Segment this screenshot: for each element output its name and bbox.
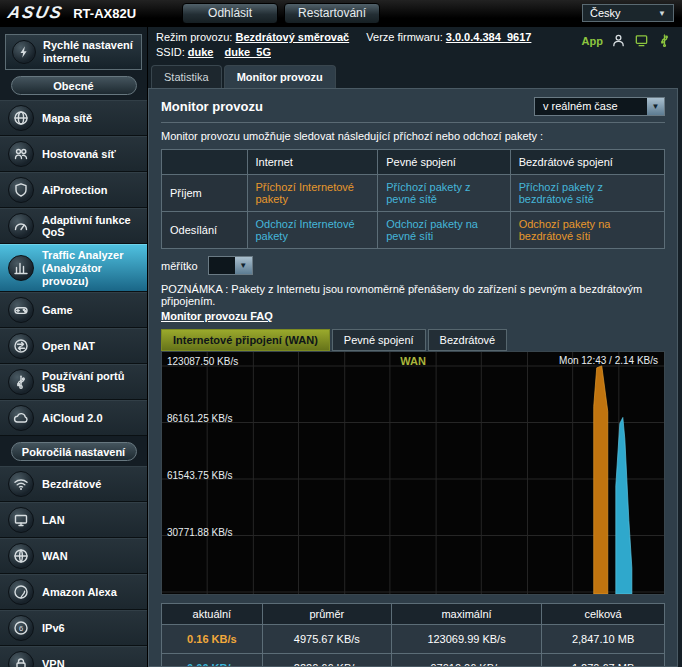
row-label-reception: Příjem <box>162 175 248 212</box>
page-description: Monitor provozu umožňuje sledovat násled… <box>161 130 665 142</box>
sidebar-item-usb-application[interactable]: Používání portů USB <box>0 364 147 400</box>
col-header-internet: Internet <box>247 150 378 175</box>
sidebar-item-vpn[interactable]: VPN <box>0 646 147 667</box>
traffic-monitor-panel: Monitor provozu v reálném čase ▼ Monitor… <box>148 88 678 667</box>
chart-timestamp: Mon 12:43 / 2.14 KB/s <box>559 355 658 366</box>
language-select[interactable]: Česky ▼ <box>582 4 674 22</box>
operation-mode-link[interactable]: Bezdrátový směrovač <box>235 31 349 43</box>
ipv6-icon: 6 <box>8 615 34 641</box>
stats-row-reception: 0.16 KB/s 4975.67 KB/s 123069.99 KB/s 2,… <box>162 625 665 654</box>
ssid-24g-link[interactable]: duke <box>188 46 214 58</box>
stat-maximum-rx: 123069.99 KB/s <box>391 625 541 654</box>
vpn-lock-icon <box>8 651 34 667</box>
sidebar-item-label: AiCloud 2.0 <box>42 412 103 425</box>
aicloud-icon <box>8 405 34 431</box>
network-map-icon <box>8 105 34 131</box>
lan-icon <box>8 507 34 533</box>
sidebar-item-amazon-alexa[interactable]: Amazon Alexa <box>0 574 147 610</box>
page-tabs: Statistika Monitor provozu <box>148 63 682 88</box>
ssid-label: SSID: <box>156 46 185 58</box>
scale-select[interactable]: ▼ <box>208 256 253 275</box>
chart-tabs: Internetové připojení (WAN) Pevné spojen… <box>161 329 665 351</box>
stats-header-total: celková <box>542 604 665 625</box>
y-tick: 30771.88 KB/s <box>167 527 233 538</box>
sidebar-item-network-map[interactable]: Mapa sítě <box>0 100 147 136</box>
sidebar-item-label: Traffic Analyzer (Analyzátor provozu) <box>42 249 144 287</box>
sidebar-item-wan[interactable]: WAN <box>0 538 147 574</box>
language-value: Česky <box>590 7 621 19</box>
y-tick: 123087.50 KB/s <box>167 356 238 367</box>
ssid-5g-link[interactable]: duke_5G <box>225 46 271 58</box>
stat-current-rx: 0.16 KB/s <box>162 625 263 654</box>
y-tick: 61543.75 KB/s <box>167 470 233 481</box>
scale-label: měřítko <box>161 260 198 272</box>
tab-traffic-monitor[interactable]: Monitor provozu <box>224 65 336 88</box>
link-outgoing-wireless[interactable]: Odchozí pakety na bezdrátové síti <box>510 212 664 249</box>
table-row: Příjem Příchozí Internetové pakety Přích… <box>162 175 665 212</box>
chevron-down-icon: ▼ <box>647 98 664 115</box>
link-outgoing-wired[interactable]: Odchozí pakety na pevné síti <box>378 212 510 249</box>
sidebar-item-ipv6[interactable]: 6 IPv6 <box>0 610 147 646</box>
chart-tab-wireless[interactable]: Bezdrátové <box>428 329 508 351</box>
wan-icon <box>8 543 34 569</box>
chart-title: WAN <box>400 355 426 367</box>
firmware-label: Verze firmwaru: <box>366 31 442 43</box>
usb-status-icon[interactable] <box>657 33 672 48</box>
sidebar-item-lan[interactable]: LAN <box>0 502 147 538</box>
open-nat-icon <box>8 333 34 359</box>
gamepad-icon <box>8 297 34 323</box>
clients-icon[interactable] <box>611 33 626 48</box>
table-row: Odesílání Odchozí Internetové pakety Odc… <box>162 212 665 249</box>
sidebar-item-label: IPv6 <box>42 622 65 635</box>
reboot-button[interactable]: Restartování <box>284 3 380 24</box>
sidebar-item-open-nat[interactable]: Open NAT <box>0 328 147 364</box>
sidebar-item-aiprotection[interactable]: AiProtection <box>0 172 147 208</box>
stats-header-maximum: maximální <box>391 604 541 625</box>
stats-row-transmission: 0.00 KB/s 2220.66 KB/s 97010.06 KB/s 1,2… <box>162 654 665 667</box>
aiprotection-shield-icon <box>8 177 34 203</box>
section-advanced: Pokročilá nastavení <box>11 442 137 461</box>
guest-network-icon <box>8 141 34 167</box>
sidebar-item-label: Game <box>42 304 73 317</box>
faq-link[interactable]: Monitor provozu FAQ <box>161 310 665 322</box>
sidebar-item-label: LAN <box>42 514 65 527</box>
wireless-icon <box>8 471 34 497</box>
quick-setup-button[interactable]: Rychlé nastavení internetu <box>5 34 142 70</box>
app-link[interactable]: App <box>582 35 603 47</box>
row-label-transmission: Odesílání <box>162 212 248 249</box>
quick-setup-label: Rychlé nastavení internetu <box>43 39 135 65</box>
link-outgoing-internet[interactable]: Odchozí Internetové pakety <box>247 212 378 249</box>
chart-tab-wan[interactable]: Internetové připojení (WAN) <box>161 329 330 351</box>
sidebar-item-qos[interactable]: Adaptivní funkce QoS <box>0 208 147 244</box>
time-range-select[interactable]: v reálném čase ▼ <box>534 97 665 116</box>
traffic-chart: 123087.50 KB/s 86161.25 KB/s 61543.75 KB… <box>161 351 665 595</box>
sidebar-item-label: WAN <box>42 550 68 563</box>
sidebar-item-wireless[interactable]: Bezdrátové <box>0 466 147 502</box>
firmware-version-link[interactable]: 3.0.0.4.384_9617 <box>446 31 532 43</box>
sidebar-item-aicloud[interactable]: AiCloud 2.0 <box>0 400 147 436</box>
reception-spike <box>594 366 608 594</box>
tab-statistics[interactable]: Statistika <box>151 65 222 88</box>
network-status-icon[interactable] <box>634 33 649 48</box>
logout-button[interactable]: Odhlásit <box>182 3 278 24</box>
stat-maximum-tx: 97010.06 KB/s <box>391 654 541 667</box>
note-text: POZNÁMKA : Pakety z Internetu jsou rovno… <box>161 283 665 307</box>
chevron-down-icon: ▼ <box>235 257 252 274</box>
sidebar-item-label: Mapa sítě <box>42 112 92 125</box>
link-incoming-wireless[interactable]: Příchozí pakety z bezdrátové sítě <box>510 175 664 212</box>
router-model: RT-AX82U <box>73 6 136 21</box>
sidebar-item-guest-network[interactable]: Hostovaná síť <box>0 136 147 172</box>
col-header-wireless: Bezdrátové spojení <box>510 150 664 175</box>
stat-current-tx: 0.00 KB/s <box>162 654 263 667</box>
status-header: Režim provozu: Bezdrátový směrovač Verze… <box>148 27 682 63</box>
sidebar-item-traffic-analyzer[interactable]: Traffic Analyzer (Analyzátor provozu) <box>0 244 147 292</box>
sidebar-item-label: Adaptivní funkce QoS <box>42 214 144 239</box>
asus-logo: ASUS <box>6 3 65 23</box>
stats-table: aktuální průměr maximální celková 0.16 K… <box>161 603 665 667</box>
chart-tab-wired[interactable]: Pevné spojení <box>332 329 426 351</box>
sidebar-item-game[interactable]: Game <box>0 292 147 328</box>
link-incoming-internet[interactable]: Příchozí Internetové pakety <box>247 175 378 212</box>
time-range-value: v reálném čase <box>535 98 647 115</box>
stats-header-average: průměr <box>262 604 391 625</box>
link-incoming-wired[interactable]: Příchozí pakety z pevné sítě <box>378 175 510 212</box>
